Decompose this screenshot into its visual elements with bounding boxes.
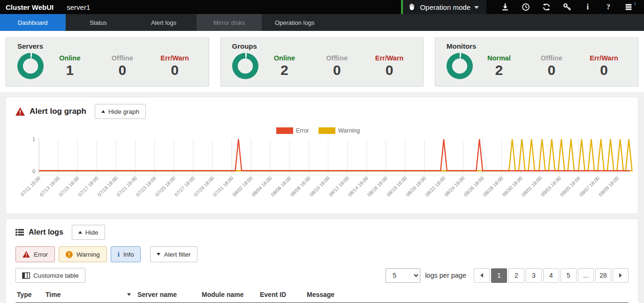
alert-warning-icon [15, 107, 25, 116]
sort-descending-icon [127, 293, 131, 296]
stat-value: 0 [525, 63, 578, 78]
operation-mode-label: Operation mode [420, 3, 470, 11]
info-filter-label: Info [123, 251, 134, 258]
list-icon [15, 229, 24, 236]
stat-value: 0 [363, 63, 416, 78]
stat-value: 0 [578, 63, 630, 78]
info-icon[interactable]: i [577, 0, 598, 14]
key-icon[interactable] [557, 0, 577, 14]
svg-text:08/10 18:00: 08/10 18:00 [308, 175, 331, 198]
svg-text:08/28 18:00: 08/28 18:00 [482, 175, 504, 198]
next-page-button[interactable] [613, 268, 629, 283]
stat-value: 2 [258, 63, 311, 78]
warning-icon [66, 251, 73, 258]
page-button-1[interactable]: 1 [491, 268, 507, 283]
app-title: Cluster WebUI [6, 3, 53, 11]
operation-mode-dropdown[interactable]: Operation mode [401, 0, 486, 14]
stat-label: Online [44, 54, 96, 62]
column-module-name[interactable]: Module name [202, 291, 260, 298]
stat-label: Err/Warn [578, 54, 630, 62]
page-button-2[interactable]: 2 [508, 268, 524, 283]
column-type[interactable]: Type [15, 291, 45, 298]
svg-text:08/08 18:00: 08/08 18:00 [289, 175, 311, 198]
svg-text:Error: Error [296, 127, 309, 134]
alert-filter-button[interactable]: Alert filter [150, 246, 197, 262]
svg-text:0: 0 [32, 169, 35, 174]
svg-text:08/24 18:00: 08/24 18:00 [443, 175, 466, 198]
refresh-icon[interactable] [536, 0, 557, 14]
svg-text:08/12 18:00: 08/12 18:00 [327, 175, 350, 198]
tab-mirror-disks: Mirror disks [197, 14, 262, 31]
download-icon[interactable] [495, 0, 515, 14]
tab-operation-logs[interactable]: Operation logs [262, 14, 327, 31]
table-toolbar: Customize table 5 logs per page 1 2 3 4 … [15, 268, 629, 283]
page-button-4[interactable]: 4 [543, 268, 559, 283]
page-button-28[interactable]: 28 [595, 268, 611, 283]
groups-card-title: Groups [232, 42, 424, 50]
monitors-donut-chart [447, 53, 473, 79]
stat-label: Err/Warn [363, 54, 416, 62]
stat-value: 0 [96, 63, 149, 78]
hide-graph-button[interactable]: Hide graph [95, 104, 146, 119]
info-filter-button[interactable]: i Info [111, 246, 141, 262]
chevron-down-icon [474, 6, 479, 9]
stat-value: 0 [149, 63, 201, 78]
columns-icon [22, 272, 30, 279]
help-icon[interactable]: ? [598, 0, 619, 14]
customize-table-button[interactable]: Customize table [15, 268, 85, 283]
hide-logs-button[interactable]: Hide [72, 225, 105, 240]
page-button-3[interactable]: 3 [526, 268, 542, 283]
tab-dashboard[interactable]: Dashboard [0, 14, 66, 31]
svg-text:07/17 18:00: 07/17 18:00 [77, 175, 99, 198]
svg-text:08/16 18:00: 08/16 18:00 [366, 175, 389, 198]
clock-icon[interactable] [515, 0, 536, 14]
table-list-icon[interactable]: i [619, 0, 639, 14]
svg-text:07/27 18:00: 07/27 18:00 [174, 175, 196, 198]
server-name: server1 [67, 3, 90, 11]
svg-text:07/19 18:00: 07/19 18:00 [96, 175, 119, 198]
error-icon [23, 251, 30, 258]
svg-text:08/20 18:00: 08/20 18:00 [405, 175, 427, 198]
svg-text:08/14 18:00: 08/14 18:00 [347, 175, 369, 198]
column-message[interactable]: Message [307, 291, 629, 298]
svg-text:1: 1 [32, 136, 35, 142]
hand-icon [409, 3, 416, 11]
servers-card-title: Servers [17, 42, 209, 50]
tab-status[interactable]: Status [66, 14, 131, 31]
column-event-id[interactable]: Event ID [260, 291, 307, 298]
collapse-icon [78, 231, 82, 234]
alert-log-graph-panel: Alert log graph Hide graph 07/11 18:0007… [6, 97, 638, 214]
svg-text:09/07 18:00: 09/07 18:00 [578, 175, 601, 198]
stat-value: 1 [44, 63, 96, 78]
svg-text:Warning: Warning [338, 127, 360, 134]
svg-text:08/06 18:00: 08/06 18:00 [270, 175, 292, 198]
column-time-label: Time [45, 291, 61, 298]
column-server-name[interactable]: Server name [137, 291, 202, 298]
svg-text:08/04 18:00: 08/04 18:00 [250, 175, 273, 198]
svg-text:08/18 18:00: 08/18 18:00 [386, 175, 408, 198]
groups-card: Groups Online2 Offline0 Err/Warn0 [220, 37, 424, 86]
svg-text:08/26 18:00: 08/26 18:00 [462, 175, 485, 198]
svg-text:08/02 18:00: 08/02 18:00 [231, 175, 254, 198]
error-filter-label: Error [34, 251, 48, 258]
servers-card: Servers Online1 Offline0 Err/Warn0 [6, 37, 209, 86]
logs-per-page-select[interactable]: 5 [386, 268, 420, 283]
tab-alert-logs[interactable]: Alert logs [131, 14, 197, 31]
svg-text:07/13 18:00: 07/13 18:00 [38, 175, 61, 198]
stat-value: 0 [311, 63, 363, 78]
filter-row: Error Warning i Info Alert filter [15, 246, 629, 262]
svg-text:07/23 18:00: 07/23 18:00 [135, 175, 157, 198]
svg-text:07/21 18:00: 07/21 18:00 [115, 175, 138, 198]
error-filter-button[interactable]: Error [15, 246, 55, 262]
prev-page-button[interactable] [474, 268, 490, 283]
svg-text:09/09 18:00: 09/09 18:00 [598, 175, 620, 198]
warning-filter-button[interactable]: Warning [59, 246, 107, 262]
column-time[interactable]: Time [45, 291, 137, 298]
page-button-5[interactable]: 5 [561, 268, 576, 283]
page-ellipsis[interactable]: ... [578, 268, 594, 283]
chevron-down-icon [157, 253, 160, 256]
info-icon: i [118, 251, 120, 259]
servers-donut-chart [17, 53, 44, 79]
status-cards-band: Servers Online1 Offline0 Err/Warn0 Group… [0, 31, 644, 92]
hide-graph-label: Hide graph [108, 108, 139, 115]
